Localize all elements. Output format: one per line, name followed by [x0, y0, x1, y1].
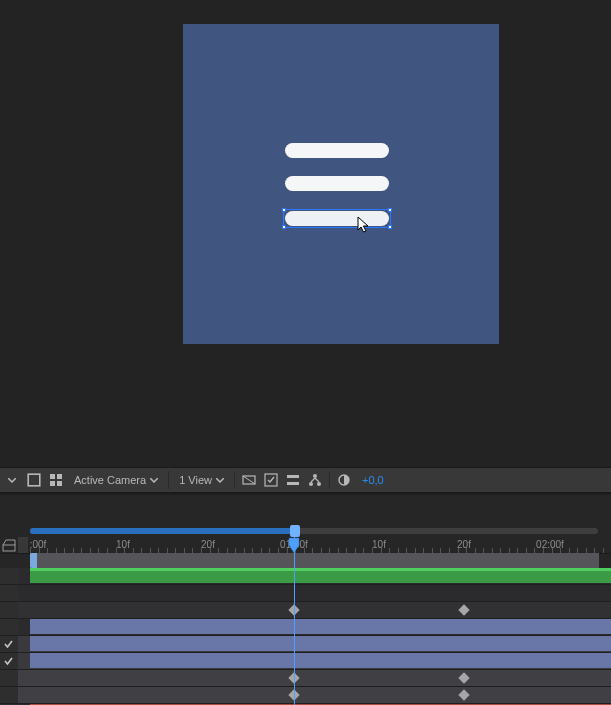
svg-rect-11	[287, 482, 299, 485]
track-lane[interactable]	[18, 619, 611, 635]
track-gutter[interactable]	[0, 619, 18, 635]
active-camera-label: Active Camera	[74, 474, 146, 486]
svg-point-13	[309, 482, 313, 486]
current-time-indicator-line[interactable]	[294, 537, 295, 705]
svg-rect-4	[57, 474, 62, 479]
timeline-panel: :00f10f20f01:00f10f20f02:00f	[0, 495, 611, 705]
svg-rect-5	[50, 481, 55, 486]
checkmark-icon	[4, 656, 13, 665]
track-lane[interactable]	[18, 636, 611, 652]
exposure-value[interactable]: +0,0	[358, 474, 388, 486]
shape-bar-2[interactable]	[285, 176, 389, 191]
track-spacer[interactable]	[0, 585, 611, 602]
time-navigator-playhead-thumb[interactable]	[290, 525, 300, 537]
property-row[interactable]	[0, 602, 611, 619]
track-lane[interactable]	[18, 687, 611, 703]
work-area-bar[interactable]	[30, 553, 599, 568]
time-navigator-view-range[interactable]	[30, 528, 294, 534]
shape-bar-3[interactable]	[285, 211, 389, 226]
track-gutter[interactable]	[0, 653, 18, 669]
ruler-tick-label: 20f	[457, 539, 471, 550]
fast-preview-icon[interactable]	[263, 472, 279, 488]
layer-duration-bar[interactable]	[30, 653, 611, 668]
chevron-down-icon	[150, 478, 158, 483]
layer-duration-bar[interactable]	[30, 636, 611, 651]
layer-row[interactable]	[0, 568, 611, 585]
track-lane[interactable]	[18, 653, 611, 669]
pixel-aspect-icon[interactable]	[241, 472, 257, 488]
svg-point-12	[313, 474, 317, 478]
active-camera-dropdown[interactable]: Active Camera	[70, 470, 162, 490]
track-gutter[interactable]	[0, 568, 18, 584]
track-lane[interactable]	[18, 568, 611, 584]
svg-line-8	[243, 476, 255, 484]
svg-rect-2	[29, 475, 39, 485]
keyframe-diamond[interactable]	[458, 672, 469, 683]
toolbar-separator	[168, 471, 169, 489]
svg-point-14	[317, 482, 321, 486]
track-lane[interactable]	[18, 602, 611, 618]
time-navigator[interactable]	[0, 525, 611, 537]
checkmark-icon	[4, 639, 13, 648]
layer-row[interactable]	[0, 619, 611, 636]
chevron-down-icon	[8, 478, 16, 483]
grid-icon[interactable]	[26, 472, 42, 488]
viewer-toolbar: Active Camera 1 View +0,0	[0, 467, 611, 493]
timeline-header-spacer	[0, 495, 611, 526]
track-gutter[interactable]	[0, 585, 18, 601]
timeline-panel-icon[interactable]	[285, 472, 301, 488]
track-gutter[interactable]	[0, 670, 18, 686]
chevron-down-icon	[216, 478, 224, 483]
keyframe-diamond[interactable]	[458, 604, 469, 615]
flowchart-icon[interactable]	[307, 472, 323, 488]
magnification-dropdown[interactable]	[4, 470, 20, 490]
composition-viewer[interactable]	[0, 0, 611, 467]
time-ruler[interactable]: :00f10f20f01:00f10f20f02:00f	[0, 537, 611, 554]
svg-rect-10	[287, 475, 299, 478]
toolbar-separator	[329, 471, 330, 489]
svg-rect-3	[50, 474, 55, 479]
ruler-tick-label: 10f	[116, 539, 130, 550]
layer-row[interactable]	[0, 636, 611, 653]
property-row[interactable]	[0, 687, 611, 704]
track-gutter[interactable]	[0, 602, 18, 618]
track-gutter[interactable]	[0, 636, 18, 652]
toolbar-separator	[234, 471, 235, 489]
ruler-left-edge	[18, 537, 28, 553]
exposure-reset-icon[interactable]	[336, 472, 352, 488]
layer-duration-bar[interactable]	[30, 619, 611, 634]
svg-rect-16	[3, 545, 15, 551]
view-layout-dropdown[interactable]: 1 View	[175, 470, 228, 490]
view-layout-label: 1 View	[179, 474, 212, 486]
keyframe-diamond[interactable]	[458, 689, 469, 700]
work-area-start-handle[interactable]	[30, 553, 37, 568]
ruler-tick-label: 20f	[201, 539, 215, 550]
svg-rect-6	[57, 481, 62, 486]
layer-row[interactable]	[0, 653, 611, 670]
timeline-tracks[interactable]	[0, 568, 611, 705]
ruler-tick-label: 10f	[372, 539, 386, 550]
timecode-icon[interactable]	[2, 538, 16, 552]
track-gutter[interactable]	[0, 687, 18, 703]
track-lane[interactable]	[18, 585, 611, 601]
property-row[interactable]	[0, 670, 611, 687]
mask-visibility-icon[interactable]	[48, 472, 64, 488]
shape-bar-1[interactable]	[285, 143, 389, 158]
track-lane[interactable]	[18, 670, 611, 686]
